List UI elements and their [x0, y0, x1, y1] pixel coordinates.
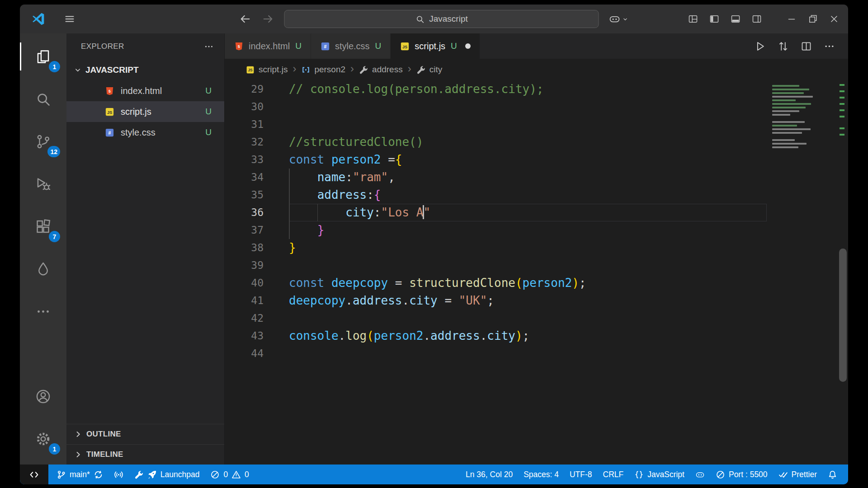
toggle-secondary-sidebar-icon[interactable] — [746, 9, 767, 28]
code-line-33[interactable]: 33const person2 ={ — [225, 151, 848, 169]
back-icon[interactable] — [239, 13, 252, 25]
copilot-menu[interactable] — [609, 13, 629, 25]
tab-script.js[interactable]: JSscript.jsU — [391, 33, 480, 59]
tab-index.html[interactable]: 5index.htmlU — [225, 33, 311, 59]
explorer-actions-icon[interactable] — [203, 41, 214, 52]
breadcrumb-city[interactable]: city — [416, 65, 443, 75]
titlebar-right — [682, 9, 844, 28]
status-live-server-port[interactable]: Port : 5500 — [710, 465, 773, 484]
minimize-button[interactable] — [781, 9, 802, 28]
command-center-search[interactable]: Javascript — [284, 10, 599, 28]
panel-outline[interactable]: OUTLINE — [66, 424, 224, 444]
code-line-34[interactable]: 34 name:"ram", — [225, 169, 848, 186]
status-label: Launchpad — [160, 470, 200, 479]
toggle-panel-icon[interactable] — [725, 9, 746, 28]
code-line-44[interactable]: 44 — [225, 345, 848, 362]
code-line-36[interactable]: 36 city:"Los A" — [225, 204, 848, 221]
tab-style.css[interactable]: #style.cssU — [311, 33, 391, 59]
breadcrumb-script.js[interactable]: JSscript.js — [245, 65, 288, 75]
line-number: 31 — [225, 116, 289, 133]
status-launchpad[interactable]: Launchpad — [129, 465, 205, 484]
forward-icon[interactable] — [262, 13, 274, 25]
breadcrumb-address[interactable]: address — [359, 65, 403, 75]
status-notifications[interactable] — [822, 465, 843, 484]
code-line-35[interactable]: 35 address:{ — [225, 186, 848, 204]
minimap-line — [772, 110, 799, 113]
status-eol[interactable]: CRLF — [598, 465, 629, 484]
folder-javascript[interactable]: JAVASCRIPT — [66, 60, 224, 80]
status-label: UTF-8 — [570, 470, 592, 479]
status-git-branch[interactable]: main* — [51, 465, 108, 484]
code-line-42[interactable]: 42 — [225, 310, 848, 327]
activity-item-search[interactable] — [20, 78, 66, 120]
menu-icon[interactable] — [59, 9, 80, 28]
bell-icon — [828, 470, 837, 479]
ellipsis-icon[interactable] — [823, 40, 835, 52]
sidebar-panels: OUTLINETIMELINE — [66, 424, 224, 465]
status-encoding[interactable]: UTF-8 — [564, 465, 598, 484]
activity-item-explorer[interactable]: 1 — [20, 35, 66, 78]
status-remote[interactable] — [20, 465, 48, 484]
customize-layout-icon[interactable] — [682, 9, 703, 28]
line-number: 44 — [225, 345, 289, 362]
code-line-41[interactable]: 41deepcopy.address.city = "UK"; — [225, 292, 848, 310]
activity-badge: 12 — [47, 146, 60, 157]
activity-item-extensions[interactable]: 7 — [20, 205, 66, 248]
css-icon: # — [104, 127, 115, 138]
toggle-primary-sidebar-icon[interactable] — [703, 9, 725, 28]
activity-item-custom-view[interactable] — [20, 248, 66, 290]
code-line-40[interactable]: 40const deepcopy = structuredClone(perso… — [225, 274, 848, 292]
breadcrumb-person2[interactable]: person2 — [301, 65, 345, 75]
file-index.html[interactable]: 5index.htmlU — [66, 80, 224, 101]
git-status-badge: U — [295, 41, 302, 51]
remote-icon — [29, 470, 39, 479]
minimap-line — [772, 114, 790, 116]
compare-icon[interactable] — [777, 40, 789, 52]
code-area[interactable]: 29// console.log(person.address.city);30… — [225, 80, 848, 465]
status-left: main*Launchpad00 — [20, 465, 255, 484]
overview-mark — [840, 103, 844, 105]
minimap[interactable] — [770, 83, 834, 148]
line-content: //structuredClone() — [289, 133, 423, 151]
code-line-32[interactable]: 32//structuredClone() — [225, 133, 848, 151]
minimap-line — [772, 99, 796, 102]
minimap-line — [772, 132, 802, 134]
vscode-window: Javascript 1127 1 EXPLORER — [20, 5, 848, 484]
close-button[interactable] — [823, 9, 844, 28]
line-content: const person2 ={ — [289, 151, 402, 169]
code-line-37[interactable]: 37 } — [225, 221, 848, 239]
activity-item-settings[interactable]: 1 — [20, 418, 66, 460]
file-style.css[interactable]: #style.cssU — [66, 122, 224, 143]
minimap-line — [772, 121, 805, 123]
minimap-line — [772, 146, 798, 149]
code-line-29[interactable]: 29// console.log(person.address.city); — [225, 80, 848, 98]
minimap-line — [772, 139, 795, 141]
code-line-31[interactable]: 31 — [225, 116, 848, 133]
status-cursor-position[interactable]: Ln 36, Col 20 — [460, 465, 518, 484]
run-icon[interactable] — [754, 40, 766, 52]
file-list: 5index.htmlUJSscript.jsU#style.cssU — [66, 80, 224, 143]
file-script.js[interactable]: JSscript.jsU — [66, 101, 224, 122]
status-copilot-status[interactable] — [690, 465, 710, 484]
restore-button[interactable] — [802, 9, 823, 28]
activity-item-source-control[interactable]: 12 — [20, 120, 66, 163]
status-language-mode[interactable]: JavaScript — [629, 465, 690, 484]
code-line-30[interactable]: 30 — [225, 98, 848, 116]
activity-item-run-and-debug[interactable] — [20, 163, 66, 205]
status-indentation[interactable]: Spaces: 4 — [518, 465, 564, 484]
activity-item-more-views[interactable] — [20, 290, 66, 333]
activity-badge: 1 — [49, 443, 60, 455]
status-prettier[interactable]: Prettier — [773, 465, 822, 484]
activity-item-accounts[interactable] — [20, 375, 66, 418]
scrollbar[interactable] — [839, 249, 847, 382]
status-broadcast[interactable] — [108, 465, 129, 484]
panel-timeline[interactable]: TIMELINE — [66, 444, 224, 465]
chevron-right-icon — [74, 450, 83, 459]
status-problems[interactable]: 00 — [205, 465, 254, 484]
code-line-43[interactable]: 43console.log(person2.address.city); — [225, 327, 848, 345]
code-line-38[interactable]: 38} — [225, 239, 848, 257]
overview-mark — [840, 127, 844, 129]
split-editor-icon[interactable] — [800, 40, 812, 52]
line-number: 40 — [225, 274, 289, 292]
code-line-39[interactable]: 39 — [225, 257, 848, 274]
